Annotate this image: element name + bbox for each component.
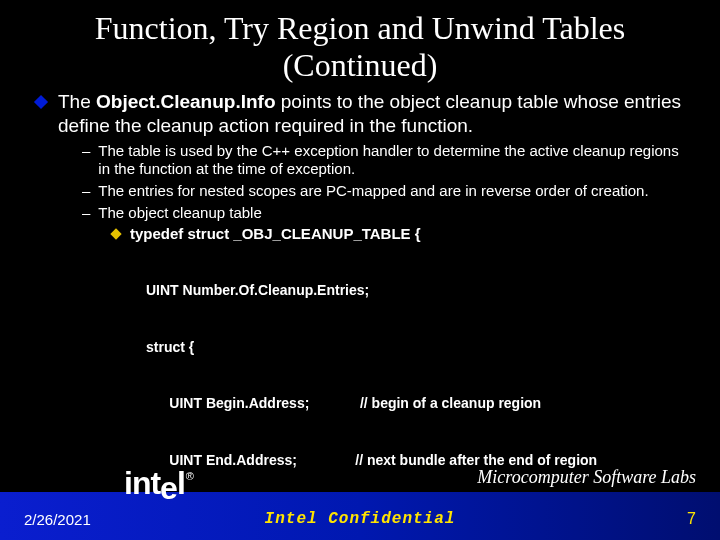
bullet-level-2: – The table is used by the C++ exception… bbox=[82, 142, 690, 180]
t: The bbox=[58, 91, 96, 112]
diamond-small-icon bbox=[110, 228, 121, 239]
t-bold: typedef struct _OBJ_CLEANUP_TABLE { bbox=[130, 225, 421, 242]
bullet-level-2: – The entries for nested scopes are PC-m… bbox=[82, 182, 690, 201]
t: The entries for nested scopes are PC-map… bbox=[98, 182, 648, 201]
lab-name: Microcomputer Software Labs bbox=[477, 467, 696, 488]
slide-title: Function, Try Region and Unwind Tables (… bbox=[0, 0, 720, 90]
dash-bullet-icon: – bbox=[82, 182, 90, 201]
code-line: struct { bbox=[146, 338, 690, 357]
sub-bullets: – The table is used by the C++ exception… bbox=[82, 142, 690, 244]
diamond-bullet-icon bbox=[34, 95, 48, 109]
logo-dropped-e: e bbox=[160, 470, 177, 506]
logo-part: l bbox=[177, 465, 185, 501]
dash-bullet-icon: – bbox=[82, 142, 90, 161]
confidential-label: Intel Confidential bbox=[265, 510, 456, 528]
t: The object cleanup table bbox=[98, 204, 261, 223]
slide-footer: Microcomputer Software Labs intel® 2/26/… bbox=[0, 460, 720, 540]
bullet-level-2: – The object cleanup table bbox=[82, 204, 690, 223]
bullet-level-1: The Object.Cleanup.Info points to the ob… bbox=[36, 90, 690, 138]
bullet-level-3: typedef struct _OBJ_CLEANUP_TABLE { bbox=[112, 225, 690, 244]
code-line: UINT Number.Of.Cleanup.Entries; bbox=[146, 281, 690, 300]
dash-bullet-icon: – bbox=[82, 204, 90, 223]
registered-icon: ® bbox=[186, 470, 193, 482]
t: The table is used by the C++ exception h… bbox=[98, 142, 690, 180]
logo-part: int bbox=[124, 465, 160, 501]
bullet-text: The Object.Cleanup.Info points to the ob… bbox=[58, 90, 690, 138]
t: typedef struct _OBJ_CLEANUP_TABLE { bbox=[130, 225, 421, 244]
slide-date: 2/26/2021 bbox=[24, 511, 91, 528]
code-line: UINT Begin.Address; // begin of a cleanu… bbox=[146, 394, 690, 413]
intel-logo: intel® bbox=[124, 465, 192, 502]
t-bold: Object.Cleanup.Info bbox=[96, 91, 275, 112]
page-number: 7 bbox=[687, 510, 696, 528]
